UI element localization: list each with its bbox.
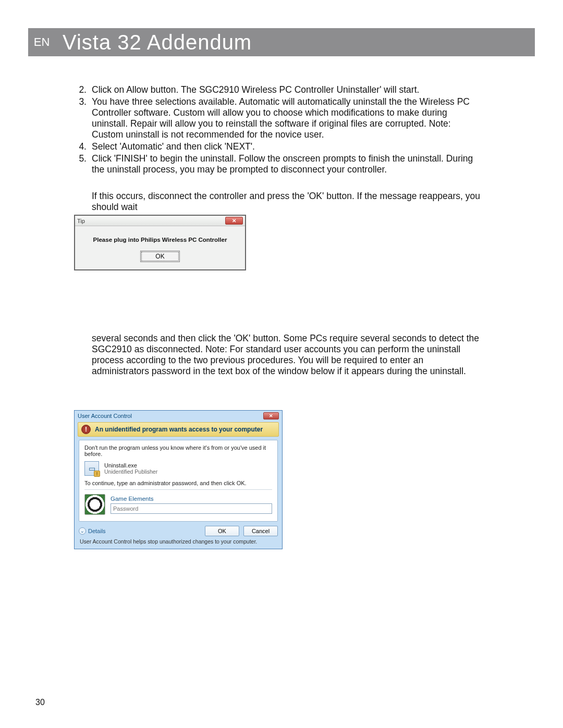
uac-band-text: An unidentified program wants access to … (95, 426, 263, 433)
program-icon: ▭! (84, 461, 99, 476)
avatar (84, 494, 105, 515)
divider (84, 489, 272, 490)
step-5: 5. Click 'FINISH' to begin the uninstall… (74, 153, 482, 175)
cancel-button[interactable]: Cancel (243, 526, 278, 536)
tip-title: Tip (77, 218, 85, 224)
page-banner: EN Vista 32 Addendum (28, 28, 535, 56)
alert-overlay-icon: ! (94, 471, 100, 477)
uac-continue-text: To continue, type an administrator passw… (84, 480, 272, 486)
step-4: 4. Select 'Automatic' and then click 'NE… (74, 141, 482, 152)
paragraph-several-seconds: several seconds and then click the 'OK' … (92, 333, 482, 377)
details-toggle[interactable]: ⌄ Details (79, 527, 106, 535)
step-text: Click on Allow button. The SGC2910 Wirel… (88, 84, 482, 95)
uac-warning-band: ! An unidentified program wants access t… (78, 422, 279, 437)
step-text: Select 'Automatic' and then click 'NEXT'… (88, 141, 482, 152)
page-number: 30 (35, 698, 45, 707)
shield-icon: ! (81, 425, 91, 434)
tip-button-row: OK (75, 250, 245, 269)
step-number: 4. (74, 141, 88, 152)
tip-message: Please plug into Philips Wireless PC Con… (75, 226, 245, 250)
uac-body: Don't run the program unless you know wh… (79, 440, 278, 522)
close-icon[interactable]: ✕ (225, 217, 243, 225)
uac-publisher: Unidentified Publisher (104, 468, 157, 475)
page-title: Vista 32 Addendum (55, 31, 252, 54)
step-3: 3. You have three selections available. … (74, 96, 482, 140)
uac-username: Game Elements (111, 496, 272, 502)
uac-titlebar: User Account Control ✕ (75, 411, 282, 421)
step-number: 5. (74, 153, 88, 175)
chevron-down-icon: ⌄ (79, 527, 86, 535)
details-label: Details (88, 528, 106, 534)
uac-footer: ⌄ Details OK Cancel (79, 526, 278, 536)
password-field[interactable] (111, 503, 272, 514)
step-2: 2. Click on Allow button. The SGC2910 Wi… (74, 84, 482, 95)
uac-exe-name: Uninstall.exe (104, 462, 157, 468)
tip-titlebar: Tip ✕ (75, 216, 245, 226)
paragraph-wait: If this occurs, disconnect the controlle… (92, 191, 482, 213)
step-text: You have three selections available. Aut… (88, 96, 482, 140)
tip-dialog: Tip ✕ Please plug into Philips Wireless … (74, 215, 246, 270)
uac-app-row: ▭! Uninstall.exe Unidentified Publisher (84, 461, 272, 476)
step-number: 2. (74, 84, 88, 95)
manual-page: EN Vista 32 Addendum 2. Click on Allow b… (0, 0, 563, 728)
step-number: 3. (74, 96, 88, 140)
ok-button[interactable]: OK (140, 251, 180, 262)
step-text: Click 'FINISH' to begin the uninstall. F… (88, 153, 482, 175)
uac-user-row: Game Elements (84, 494, 272, 515)
uac-dialog: User Account Control ✕ ! An unidentified… (74, 410, 283, 549)
uac-help-text: User Account Control helps stop unauthor… (80, 538, 277, 545)
body-content: 2. Click on Allow button. The SGC2910 Wi… (28, 56, 482, 549)
close-icon[interactable]: ✕ (263, 412, 279, 419)
language-code: EN (28, 35, 55, 49)
ok-button[interactable]: OK (205, 526, 239, 536)
uac-warning-text: Don't run the program unless you know wh… (84, 445, 272, 457)
uac-title-text: User Account Control (78, 413, 132, 419)
